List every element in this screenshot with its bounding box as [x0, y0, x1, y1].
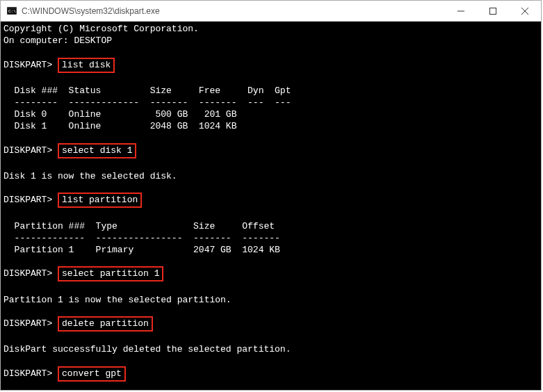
prompt: DISKPART>	[3, 195, 52, 205]
app-window: C:\ C:\WINDOWS\system32\diskpart.exe Cop…	[0, 0, 542, 391]
response-deleted: DiskPart successfully deleted the select…	[3, 343, 538, 355]
partition-table-row: Partition 1 Primary 2047 GB 1024 KB	[3, 244, 538, 256]
close-button[interactable]	[509, 1, 541, 21]
copyright-line: Copyright (C) Microsoft Corporation.	[3, 23, 538, 35]
response-partition-selected: Partition 1 is now the selected partitio…	[3, 294, 538, 306]
partition-table-divider: ------------- ---------------- ------- -…	[3, 232, 538, 244]
terminal-output[interactable]: Copyright (C) Microsoft Corporation.On c…	[1, 22, 541, 390]
app-icon: C:\	[6, 6, 17, 17]
prompt: DISKPART>	[3, 145, 52, 156]
maximize-button[interactable]	[477, 1, 509, 21]
prompt: DISKPART>	[3, 318, 52, 329]
disk-table-divider: -------- ------------- ------- ------- -…	[3, 97, 538, 108]
disk-table-row: Disk 0 Online 500 GB 201 GB	[3, 108, 538, 120]
prompt: DISKPART>	[3, 268, 52, 279]
disk-table-header: Disk ### Status Size Free Dyn Gpt	[3, 85, 538, 97]
window-title: C:\WINDOWS\system32\diskpart.exe	[22, 6, 445, 16]
svg-rect-4	[490, 8, 496, 14]
window-controls	[445, 1, 541, 21]
prompt: DISKPART>	[3, 60, 52, 70]
partition-table-header: Partition ### Type Size Offset	[3, 220, 538, 232]
computer-line: On computer: DESKTOP	[3, 35, 538, 47]
disk-table-row: Disk 1 Online 2048 GB 1024 KB	[3, 120, 538, 132]
minimize-button[interactable]	[445, 1, 477, 21]
command-select-disk: select disk 1	[58, 143, 136, 158]
command-convert-gpt: convert gpt	[58, 366, 126, 382]
titlebar: C:\ C:\WINDOWS\system32\diskpart.exe	[1, 1, 541, 22]
prompt: DISKPART>	[3, 368, 52, 379]
svg-text:C:\: C:\	[8, 9, 16, 14]
response-disk-selected: Disk 1 is now the selected disk.	[3, 170, 538, 182]
command-delete-partition: delete partition	[58, 316, 153, 332]
command-list-disk: list disk	[58, 58, 115, 73]
command-list-partition: list partition	[58, 193, 142, 208]
command-select-partition: select partition 1	[58, 266, 163, 281]
